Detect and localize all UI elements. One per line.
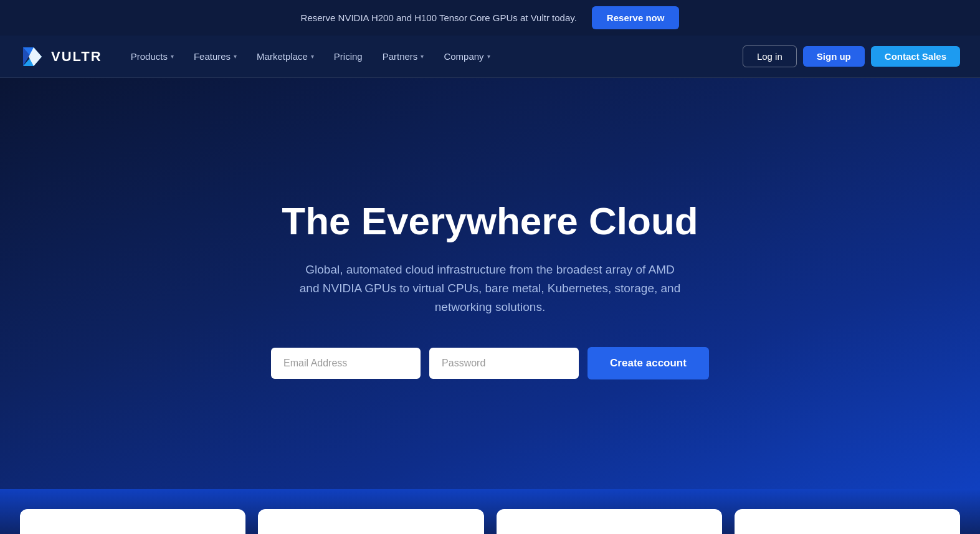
navbar: VULTR Products ▾ Features ▾ Marketplace …: [0, 36, 980, 78]
nav-products[interactable]: Products ▾: [122, 46, 183, 67]
top-banner: Reserve NVIDIA H200 and H100 Tensor Core…: [0, 0, 980, 36]
nav-actions: Log in Sign up Contact Sales: [743, 45, 960, 67]
hero-subtitle: Global, automated cloud infrastructure f…: [297, 260, 683, 317]
cards-row: [0, 489, 980, 534]
create-account-button[interactable]: Create account: [588, 347, 709, 379]
signup-button[interactable]: Sign up: [803, 46, 865, 67]
nav-company[interactable]: Company ▾: [435, 46, 498, 67]
hero-form: Create account: [271, 347, 709, 379]
card-1: [20, 509, 245, 534]
contact-sales-button[interactable]: Contact Sales: [871, 46, 960, 67]
card-2: [258, 509, 483, 534]
logo-text: VULTR: [51, 49, 102, 65]
nav-marketplace[interactable]: Marketplace ▾: [248, 46, 323, 67]
partners-chevron-icon: ▾: [421, 53, 424, 60]
vultr-logo-icon: [20, 44, 45, 69]
login-button[interactable]: Log in: [743, 45, 797, 67]
nav-partners[interactable]: Partners ▾: [374, 46, 433, 67]
reserve-now-button[interactable]: Reserve now: [592, 6, 680, 29]
products-chevron-icon: ▾: [171, 53, 174, 60]
card-4: [735, 509, 960, 534]
company-chevron-icon: ▾: [487, 53, 490, 60]
password-input[interactable]: [429, 348, 579, 379]
nav-links: Products ▾ Features ▾ Marketplace ▾ Pric…: [122, 46, 743, 67]
banner-text: Reserve NVIDIA H200 and H100 Tensor Core…: [301, 12, 577, 23]
hero-title: The Everywhere Cloud: [282, 200, 698, 242]
email-input[interactable]: [271, 348, 421, 379]
card-3: [497, 509, 722, 534]
nav-features[interactable]: Features ▾: [185, 46, 245, 67]
marketplace-chevron-icon: ▾: [311, 53, 314, 60]
features-chevron-icon: ▾: [234, 53, 237, 60]
logo-link[interactable]: VULTR: [20, 44, 102, 69]
hero-section: The Everywhere Cloud Global, automated c…: [0, 78, 980, 489]
nav-pricing[interactable]: Pricing: [325, 46, 371, 67]
